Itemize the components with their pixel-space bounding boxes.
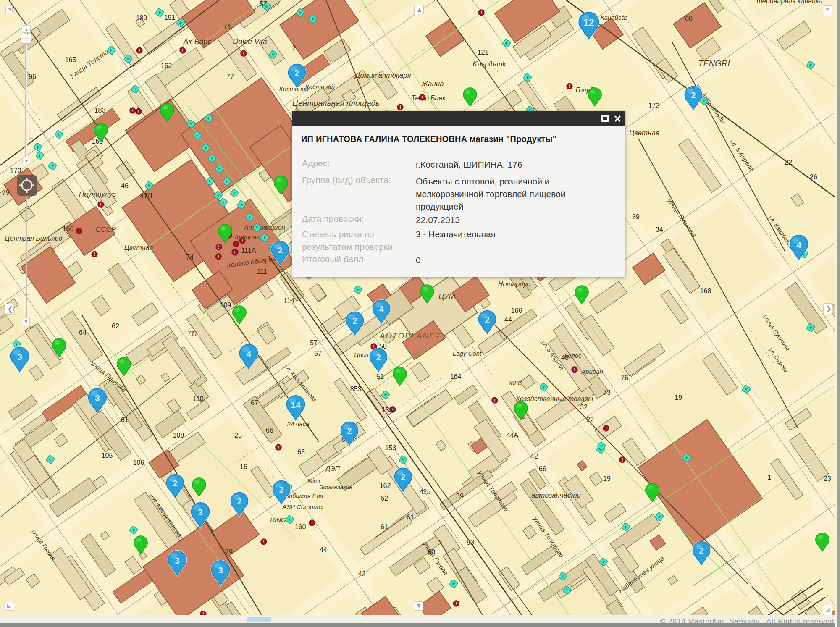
svg-text:автозапчасти: автозапчасти [531, 491, 581, 499]
svg-text:73: 73 [603, 389, 611, 396]
svg-text:26: 26 [810, 173, 817, 181]
svg-text:Ак-Барс: Ак-Барс [183, 37, 211, 46]
svg-text:Наутиулус: Наутиулус [79, 190, 116, 198]
svg-text:22: 22 [785, 159, 792, 166]
svg-text:165: 165 [65, 56, 76, 63]
svg-text:153: 153 [385, 444, 396, 451]
svg-text:29: 29 [225, 548, 233, 556]
svg-text:12: 12 [583, 17, 594, 28]
svg-text:42: 42 [358, 570, 366, 577]
svg-text:Домик аптекаря: Домик аптекаря [354, 71, 411, 79]
svg-text:79: 79 [2, 189, 10, 196]
svg-text:170: 170 [10, 167, 21, 174]
svg-text:Темip Банк: Темip Банк [411, 94, 446, 102]
svg-text:2: 2 [278, 246, 282, 255]
svg-text:62: 62 [381, 495, 388, 502]
svg-text:ДЭП: ДЭП [325, 465, 340, 472]
svg-text:Зоомагазин: Зоомагазин [320, 484, 352, 491]
svg-text:74: 74 [186, 254, 194, 261]
svg-text:46: 46 [121, 182, 129, 189]
svg-text:2: 2 [485, 315, 489, 324]
svg-text:Kaspibank: Kaspibank [472, 60, 507, 68]
svg-text:ASP Computer: ASP Computer [282, 503, 324, 510]
svg-text:47/1: 47/1 [140, 192, 153, 199]
svg-text:32: 32 [580, 404, 588, 411]
svg-text:2: 2 [691, 91, 696, 100]
svg-text:76: 76 [621, 374, 628, 381]
svg-text:51: 51 [376, 373, 384, 380]
svg-text:2: 2 [279, 485, 284, 494]
svg-text:57: 57 [260, 0, 267, 8]
svg-text:3: 3 [17, 352, 22, 362]
svg-text:24 часа: 24 часа [287, 420, 310, 428]
svg-text:22: 22 [586, 416, 594, 423]
svg-text:4: 4 [796, 240, 801, 249]
svg-text:Нотариус: Нотариус [498, 281, 530, 288]
svg-text:191: 191 [164, 14, 176, 21]
svg-text:Центральная площадь: Центральная площадь [292, 99, 380, 108]
svg-text:44: 44 [320, 546, 327, 554]
svg-text:110: 110 [193, 395, 204, 402]
svg-text:189: 189 [136, 14, 147, 21]
svg-text:66: 66 [266, 427, 273, 434]
svg-text:61: 61 [121, 416, 129, 423]
svg-text:16: 16 [240, 463, 247, 470]
svg-text:3: 3 [198, 507, 203, 517]
svg-text:19: 19 [603, 475, 611, 482]
svg-text:25: 25 [234, 432, 242, 439]
svg-text:64: 64 [79, 329, 87, 336]
svg-text:СССР: СССР [96, 226, 116, 233]
svg-text:61: 61 [407, 514, 414, 521]
svg-text:Хозяйственные товары: Хозяйственные товары [515, 395, 593, 402]
svg-text:ЦУМ: ЦУМ [438, 292, 455, 301]
svg-text:14: 14 [291, 400, 301, 410]
svg-text:61: 61 [381, 523, 388, 530]
svg-text:96: 96 [29, 73, 36, 80]
svg-text:AUTOPLANET: AUTOPLANET [379, 331, 441, 340]
svg-text:74: 74 [223, 23, 231, 30]
svg-text:Централ Бильярд: Централ Бильярд [5, 235, 63, 242]
svg-text:3: 3 [218, 565, 223, 575]
svg-text:77: 77 [226, 73, 234, 80]
svg-text:67: 67 [251, 399, 258, 407]
svg-text:168: 168 [700, 287, 711, 294]
svg-text:теринарная клиника: теринарная клиника [757, 0, 823, 5]
svg-text:TENGRI: TENGRI [698, 59, 730, 68]
svg-text:Цветная: Цветная [124, 244, 153, 251]
svg-text:108: 108 [173, 432, 184, 439]
svg-text:3: 3 [95, 393, 100, 403]
svg-text:42а: 42а [420, 488, 431, 496]
svg-text:Logy Cont: Logy Cont [453, 350, 482, 357]
svg-text:63: 63 [297, 449, 305, 456]
svg-text:34: 34 [656, 226, 663, 233]
svg-text:2: 2 [237, 497, 242, 506]
svg-text:4: 4 [379, 304, 384, 314]
svg-text:Костанай: Костанай [279, 85, 309, 92]
svg-text:ЖГС: ЖГС [508, 379, 522, 386]
svg-text:48: 48 [561, 354, 569, 361]
svg-text:RING: RING [270, 516, 286, 523]
svg-text:2: 2 [376, 353, 381, 362]
svg-text:улица Пушкина: улица Пушкина [761, 313, 792, 352]
svg-text:19: 19 [675, 394, 682, 401]
svg-text:44А: 44А [507, 432, 519, 439]
svg-text:60: 60 [428, 548, 435, 556]
svg-text:62: 62 [112, 323, 119, 330]
svg-text:57: 57 [314, 350, 322, 357]
svg-text:39: 39 [456, 493, 464, 500]
svg-text:42: 42 [530, 453, 538, 460]
svg-text:162: 162 [380, 482, 391, 489]
svg-text:Цветная: Цветная [629, 129, 659, 137]
svg-text:2: 2 [292, 45, 296, 52]
svg-text:160: 160 [295, 523, 306, 530]
svg-text:3: 3 [175, 556, 180, 565]
svg-text:2: 2 [173, 479, 177, 488]
svg-text:Канайгаз: Канайгаз [601, 14, 627, 21]
svg-text:4: 4 [246, 349, 251, 359]
svg-text:114: 114 [284, 297, 294, 304]
svg-text:57: 57 [310, 339, 318, 346]
svg-text:Костанай: Костанай [305, 83, 335, 90]
svg-text:183: 183 [94, 107, 106, 114]
svg-text:Mimi: Mimi [307, 477, 320, 484]
svg-text:Ариран: Ариран [581, 368, 603, 375]
